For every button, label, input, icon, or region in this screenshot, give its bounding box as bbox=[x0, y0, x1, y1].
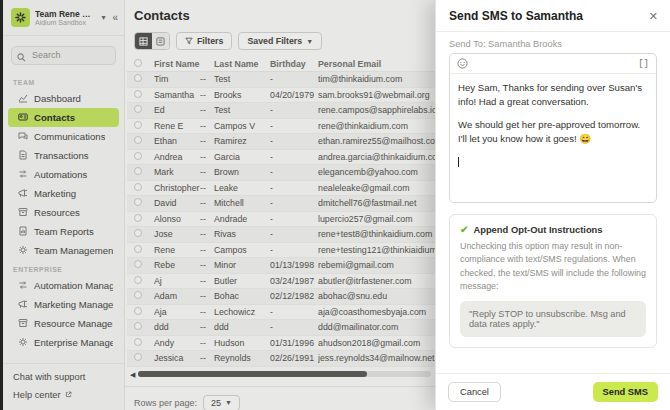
sidebar-item-team-reports[interactable]: Team Reports bbox=[8, 222, 119, 241]
row-checkbox[interactable] bbox=[134, 136, 142, 144]
workspace-subtitle: Aidium Sandbox bbox=[35, 19, 96, 26]
row-checkbox[interactable] bbox=[134, 307, 142, 315]
cell-last-name: Rivas bbox=[214, 229, 270, 239]
row-checkbox[interactable] bbox=[134, 214, 142, 222]
cell-email: rebemi@gmail.com bbox=[318, 260, 435, 270]
sidebar-item-communications[interactable]: Communications bbox=[8, 127, 119, 146]
table-row[interactable]: Adam--Bohac02/12/1982abohac@snu.edu bbox=[127, 289, 435, 305]
help-center-link[interactable]: Help center bbox=[13, 390, 114, 400]
row-checkbox[interactable] bbox=[134, 229, 142, 237]
filters-button[interactable]: Filters bbox=[176, 32, 232, 50]
cell-middle: -- bbox=[200, 291, 214, 301]
table-row[interactable]: Aja--Lechowicz-aja@coasthomesbyaja.com bbox=[127, 305, 435, 321]
horizontal-scrollbar: ◀ bbox=[125, 367, 435, 378]
row-checkbox[interactable] bbox=[134, 105, 142, 113]
scrollbar-track[interactable] bbox=[138, 371, 431, 377]
workspace-header[interactable]: Team Rene Ca... Aidium Sandbox ▾ « bbox=[3, 0, 124, 36]
select-all-checkbox[interactable] bbox=[134, 59, 142, 67]
cell-email: rene.campos@sapphirelabs.io bbox=[318, 105, 435, 115]
send-sms-button[interactable]: Send SMS bbox=[593, 382, 658, 402]
table-row[interactable]: Andy--Hudson01/31/1996ahudson2018@gmail.… bbox=[127, 336, 435, 352]
table-row[interactable]: Tim--Test-tim@thinkaidium.com bbox=[127, 72, 435, 88]
sidebar-item-automations[interactable]: Automations bbox=[8, 165, 119, 184]
table-row[interactable]: ddd--ddd-ddd@mailinator.com bbox=[127, 320, 435, 336]
cell-email: lupercio257@gmail.com bbox=[318, 214, 435, 224]
row-checkbox[interactable] bbox=[134, 353, 142, 361]
col-personal-email[interactable]: Personal Email bbox=[318, 59, 435, 69]
table-row[interactable]: Samantha--Brooks04/20/1979sam.brooks91@w… bbox=[127, 88, 435, 104]
sidebar-item-resource-management[interactable]: Resource Management bbox=[8, 314, 119, 333]
sidebar-item-team-management[interactable]: Team Management bbox=[8, 241, 119, 260]
emoji-icon[interactable] bbox=[457, 58, 468, 69]
row-checkbox[interactable] bbox=[134, 121, 142, 129]
sidebar-item-automation-management[interactable]: Automation Management bbox=[8, 276, 119, 295]
cell-email: ddd@mailinator.com bbox=[318, 322, 435, 332]
marketing-icon bbox=[18, 299, 28, 309]
cell-last-name: Test bbox=[214, 105, 270, 115]
table-row[interactable]: Rebe--Minor01/13/1998rebemi@gmail.com bbox=[127, 258, 435, 274]
col-birthday[interactable]: Birthday bbox=[270, 59, 318, 69]
row-checkbox[interactable] bbox=[134, 260, 142, 268]
row-checkbox[interactable] bbox=[134, 291, 142, 299]
col-first-name[interactable]: First Name bbox=[154, 59, 200, 69]
table-row[interactable]: Rene E--Campos V-rene@thinkaidium.com bbox=[127, 119, 435, 135]
cell-email: andrea.garcia@thinkaidium.com bbox=[318, 152, 435, 162]
merge-fields-icon[interactable]: [] bbox=[638, 59, 649, 69]
cell-middle: -- bbox=[200, 167, 214, 177]
saved-filters-button[interactable]: Saved Filters ▼ bbox=[238, 32, 322, 50]
table-row[interactable]: Jose--Rivas-rene+test8@thinkaidium.com bbox=[127, 227, 435, 243]
sidebar-item-dashboard[interactable]: Dashboard bbox=[8, 89, 119, 108]
row-checkbox[interactable] bbox=[134, 338, 142, 346]
row-checkbox[interactable] bbox=[134, 74, 142, 82]
cell-email: dmitchell76@fastmail.net bbox=[318, 198, 435, 208]
opt-out-checkbox[interactable]: ✔ bbox=[460, 225, 468, 235]
row-checkbox[interactable] bbox=[134, 183, 142, 191]
scrollbar-thumb[interactable] bbox=[138, 371, 366, 377]
message-paragraph: We should get her pre-approved tomorrow.… bbox=[458, 118, 648, 146]
row-checkbox[interactable] bbox=[134, 198, 142, 206]
nav-section-label: ENTERPRISE bbox=[3, 260, 124, 276]
card-view-icon[interactable] bbox=[152, 33, 169, 49]
dashboard-icon bbox=[18, 93, 28, 103]
cancel-button[interactable]: Cancel bbox=[448, 382, 501, 402]
cell-birthday: - bbox=[270, 183, 318, 193]
sidebar-item-marketing[interactable]: Marketing bbox=[8, 184, 119, 203]
table-row[interactable]: Rene--Campos-rene+testing121@thinkiaidiu… bbox=[127, 243, 435, 259]
table-row[interactable]: Alonso--Andrade-lupercio257@gmail.com bbox=[127, 212, 435, 228]
sidebar-item-marketing-management[interactable]: Marketing Management bbox=[8, 295, 119, 314]
close-icon[interactable]: ✕ bbox=[649, 11, 658, 22]
table-row[interactable]: Ethan--Ramirez-ethan.ramirez55@mailhost.… bbox=[127, 134, 435, 150]
row-checkbox[interactable] bbox=[134, 322, 142, 330]
sidebar-collapse-icon[interactable]: « bbox=[110, 12, 118, 23]
col-last-name[interactable]: Last Name bbox=[214, 59, 270, 69]
table-row[interactable]: Andrea--Garcia-andrea.garcia@thinkaidium… bbox=[127, 150, 435, 166]
contacts-toolbar: Filters Saved Filters ▼ bbox=[125, 23, 435, 56]
row-checkbox[interactable] bbox=[134, 167, 142, 175]
cell-birthday: 01/13/1998 bbox=[270, 260, 318, 270]
rows-per-page-select[interactable]: 25 ▼ bbox=[203, 395, 240, 410]
table-row[interactable]: Aj--Butler03/24/1987abutler@itrfastener.… bbox=[127, 274, 435, 290]
workspace-chevron-down-icon[interactable]: ▾ bbox=[101, 13, 105, 22]
table-row[interactable]: Ed--Test-rene.campos@sapphirelabs.io bbox=[127, 103, 435, 119]
row-checkbox[interactable] bbox=[134, 276, 142, 284]
row-checkbox[interactable] bbox=[134, 90, 142, 98]
table-row[interactable]: Christopher--Leake-nealeleake@gmail.com bbox=[127, 181, 435, 197]
table-row[interactable]: Mark--Brown-elegancemb@yahoo.com bbox=[127, 165, 435, 181]
table-view-icon[interactable] bbox=[135, 33, 152, 49]
message-textarea[interactable]: Hey Sam, Thanks for sending over Susan's… bbox=[450, 74, 656, 202]
table-row[interactable]: David--Mitchell-dmitchell76@fastmail.net bbox=[127, 196, 435, 212]
row-checkbox[interactable] bbox=[134, 245, 142, 253]
sidebar-item-resources[interactable]: Resources bbox=[8, 203, 119, 222]
cell-email: jess.reynolds34@mailnow.net bbox=[318, 353, 435, 363]
text-caret bbox=[458, 157, 459, 167]
row-checkbox[interactable] bbox=[134, 152, 142, 160]
sidebar-item-transactions[interactable]: Transactions bbox=[8, 146, 119, 165]
sidebar-item-enterprise-management[interactable]: Enterprise Management bbox=[8, 333, 119, 352]
chat-with-support-link[interactable]: Chat with support bbox=[13, 372, 114, 382]
search-input[interactable] bbox=[11, 46, 116, 65]
opt-out-label: Append Opt-Out Instructions bbox=[473, 224, 602, 235]
scroll-left-arrow-icon[interactable]: ◀ bbox=[130, 371, 135, 378]
table-row[interactable]: Jessica--Reynolds02/26/1991jess.reynolds… bbox=[127, 351, 435, 367]
nav-section-label: TEAM bbox=[3, 73, 124, 89]
sidebar-item-contacts[interactable]: Contacts bbox=[8, 108, 119, 127]
